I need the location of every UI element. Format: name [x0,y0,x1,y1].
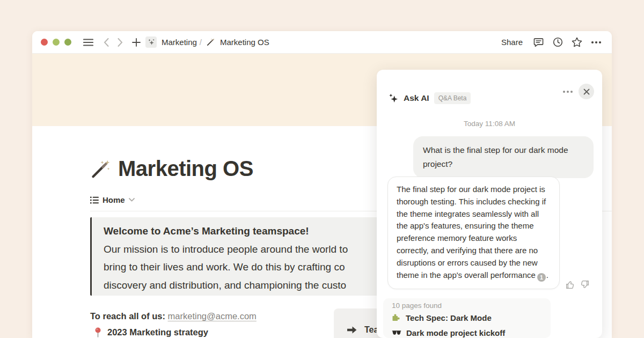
sidebar-menu-icon[interactable] [81,35,95,49]
page-title: Marketing OS [118,157,253,181]
magic-wand-icon [206,38,215,47]
thumbs-down-icon[interactable] [580,280,589,289]
contact-email-link[interactable]: marketing@acme.com [168,311,257,321]
updates-clock-icon[interactable] [551,35,565,49]
window-controls [41,39,71,46]
ask-ai-title: Ask AI [404,93,429,103]
pinned-page-link[interactable]: 2023 Marketing strategy [94,327,208,337]
ai-answer-text: The final step for our dark mode project… [397,185,546,280]
qa-beta-badge: Q&A Beta [434,92,471,104]
source-page-kickoff[interactable]: Dark mode project kickoff [392,328,505,337]
panel-more-options-icon[interactable] [561,87,575,96]
list-view-icon [90,196,99,204]
ask-ai-panel: Ask AI Q&A Beta Today 11:08 AM What is t… [377,70,602,338]
app-window: Marketing / Marketing OS Share [32,31,612,338]
breadcrumb-teamspace[interactable]: Marketing [162,38,197,47]
ask-ai-sparkle-icon [389,93,399,104]
page-title-wand-icon [90,159,111,179]
comments-icon[interactable] [531,35,545,49]
minimize-window-button[interactable] [53,39,60,46]
breadcrumb-separator: / [200,38,202,47]
new-page-icon[interactable] [129,35,143,49]
top-bar: Marketing / Marketing OS Share [32,31,612,54]
thumbs-up-icon[interactable] [566,280,575,289]
zoom-window-button[interactable] [64,39,71,46]
arrow-right-icon [346,325,357,335]
ai-sparkle-icon[interactable] [145,36,157,48]
more-options-icon[interactable] [589,35,603,49]
forward-icon[interactable] [113,35,127,49]
pages-found-label: 10 pages found [392,302,442,310]
pinned-page-label: 2023 Marketing strategy [107,327,208,337]
panel-close-icon[interactable] [579,84,594,99]
share-button[interactable]: Share [498,36,526,48]
ai-answer-bubble: The final step for our dark mode project… [387,177,560,289]
view-tab-home[interactable]: Home [90,195,135,204]
pushpin-icon [94,327,102,337]
back-icon[interactable] [99,35,113,49]
breadcrumb-page[interactable]: Marketing OS [220,38,269,47]
ai-answer-suffix: . [546,270,548,280]
favorite-star-icon[interactable] [570,35,584,49]
contact-label: To reach all of us: [90,311,165,321]
citation-badge[interactable]: 1 [537,273,546,282]
close-window-button[interactable] [41,39,48,46]
puzzle-icon [392,313,401,322]
source-page-tech-spec[interactable]: Tech Spec: Dark Mode [392,313,492,322]
chat-timestamp: Today 11:08 AM [377,120,602,128]
user-question-bubble: What is the final step for our dark mode… [413,136,594,178]
view-tab-label: Home [103,195,125,204]
sunglasses-icon [392,330,401,336]
chevron-down-icon [129,198,135,202]
